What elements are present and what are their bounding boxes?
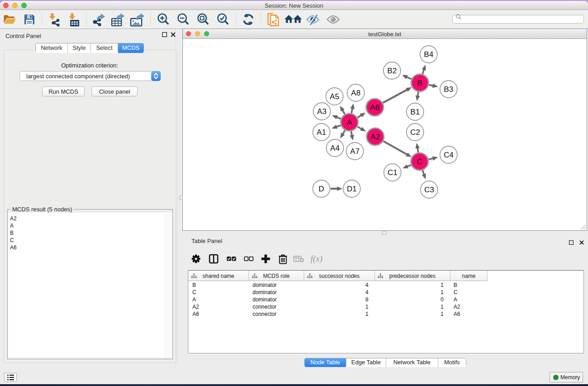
svg-text:C2: C2	[410, 128, 420, 137]
svg-text:A3: A3	[317, 107, 327, 116]
svg-text:C: C	[417, 157, 422, 166]
svg-text:D: D	[319, 185, 324, 193]
svg-text:A6: A6	[370, 103, 380, 112]
svg-text:A7: A7	[350, 147, 360, 156]
svg-text:A2: A2	[371, 133, 380, 141]
svg-text:B3: B3	[444, 85, 454, 94]
svg-text:A5: A5	[330, 92, 339, 101]
svg-text:A1: A1	[317, 128, 326, 137]
svg-text:C3: C3	[424, 186, 434, 194]
svg-text:B: B	[417, 79, 422, 87]
svg-text:B2: B2	[387, 67, 397, 75]
svg-text:B4: B4	[424, 50, 434, 59]
svg-text:C1: C1	[387, 168, 397, 177]
svg-text:D1: D1	[347, 185, 357, 193]
svg-text:C4: C4	[444, 151, 454, 159]
svg-text:A8: A8	[351, 89, 361, 97]
svg-text:A: A	[347, 118, 352, 127]
svg-text:A4: A4	[330, 144, 340, 152]
svg-text:B1: B1	[411, 108, 420, 116]
